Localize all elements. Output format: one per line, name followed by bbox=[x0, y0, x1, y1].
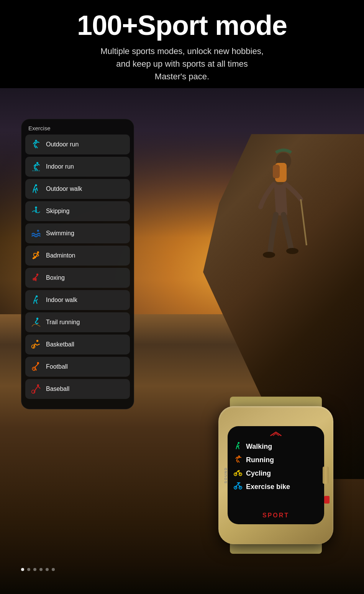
watch-sport-label-walking: Walking bbox=[246, 443, 272, 451]
watch-sport-icon-cycling bbox=[233, 468, 243, 479]
watch-logo-icon bbox=[268, 431, 284, 438]
sport-item-basketball[interactable]: Basketball bbox=[25, 335, 130, 354]
svg-point-8 bbox=[35, 184, 37, 186]
sport-name-badminton: Badminton bbox=[46, 252, 75, 259]
sport-icon-boxing bbox=[30, 272, 42, 284]
sport-name-indoor-walk: Indoor walk bbox=[46, 297, 77, 304]
sports-list: Outdoor run Indoor run Outdoor walk Skip… bbox=[25, 135, 130, 399]
sport-name-skipping: Skipping bbox=[46, 208, 69, 215]
watch-body: SOUND POWER Walking Runn bbox=[211, 395, 341, 556]
sport-item-trail-running[interactable]: Trail running bbox=[25, 312, 130, 332]
watch-sport-label-cycling: Cycling bbox=[246, 469, 271, 477]
svg-line-3 bbox=[301, 199, 307, 245]
sport-icon-baseball bbox=[30, 383, 42, 395]
sport-name-boxing: Boxing bbox=[46, 274, 65, 281]
watch-sport-running: Running bbox=[233, 455, 319, 465]
svg-rect-13 bbox=[33, 278, 37, 281]
screen-sports-list: Walking Running Cycling Exercise bike bbox=[233, 441, 319, 495]
sport-icon-badminton bbox=[30, 249, 42, 262]
svg-point-5 bbox=[286, 248, 298, 254]
watch-crown bbox=[323, 467, 329, 484]
svg-point-16 bbox=[36, 340, 38, 342]
svg-point-4 bbox=[263, 252, 275, 258]
watch-sport-label-running: Running bbox=[246, 456, 274, 464]
sport-icon-swimming bbox=[30, 227, 42, 240]
sport-icon-football bbox=[30, 361, 42, 373]
pagination-dot-0[interactable] bbox=[21, 568, 24, 571]
sport-icon-indoor-walk bbox=[30, 294, 42, 306]
sport-item-indoor-walk[interactable]: Indoor walk bbox=[25, 290, 130, 310]
pagination-dot-5[interactable] bbox=[52, 568, 55, 571]
main-title: 100+Sport mode bbox=[23, 11, 341, 39]
sport-name-outdoor-walk: Outdoor walk bbox=[46, 185, 82, 192]
sport-item-baseball[interactable]: Baseball bbox=[25, 379, 130, 399]
sport-icon-outdoor-walk bbox=[30, 183, 42, 195]
pagination-dots bbox=[21, 568, 55, 571]
sports-menu-panel: Exercise Outdoor run Indoor run Outdoor … bbox=[21, 119, 134, 409]
watch-sport-icon-running bbox=[233, 455, 243, 465]
pagination-dot-4[interactable] bbox=[46, 568, 49, 571]
sport-item-outdoor-walk[interactable]: Outdoor walk bbox=[25, 179, 130, 199]
sport-icon-outdoor-run bbox=[30, 138, 42, 151]
sport-name-football: Football bbox=[46, 363, 68, 370]
sport-item-boxing[interactable]: Boxing bbox=[25, 268, 130, 288]
pagination-dot-3[interactable] bbox=[39, 568, 43, 571]
svg-point-6 bbox=[36, 162, 38, 164]
svg-point-9 bbox=[35, 207, 37, 208]
watch-sport-walking: Walking bbox=[233, 441, 319, 452]
hiker-figure bbox=[241, 146, 318, 291]
sport-item-football[interactable]: Football bbox=[25, 357, 130, 377]
pagination-dot-2[interactable] bbox=[33, 568, 36, 571]
header-section: 100+Sport mode Multiple sports modes, un… bbox=[0, 0, 364, 88]
sport-icon-indoor-run bbox=[30, 161, 42, 173]
svg-point-26 bbox=[238, 470, 240, 472]
svg-point-22 bbox=[238, 442, 240, 444]
watch-sport-icon-walking bbox=[233, 441, 243, 452]
sport-name-baseball: Baseball bbox=[46, 386, 69, 392]
subtitle: Multiple sports modes, unlock new hobbie… bbox=[23, 45, 341, 83]
watch-label-left: SOUND bbox=[224, 467, 228, 484]
watch-sport-cycling: Cycling bbox=[233, 468, 319, 479]
sport-icon-skipping bbox=[30, 205, 42, 217]
watch-sport-exercise-bike: Exercise bike bbox=[233, 482, 319, 492]
sport-name-basketball: Basketball bbox=[46, 341, 74, 348]
sport-name-outdoor-run: Outdoor run bbox=[46, 141, 79, 148]
sport-item-skipping[interactable]: Skipping bbox=[25, 201, 130, 221]
sport-icon-trail-running bbox=[30, 316, 42, 328]
watch-sport-label-exercise-bike: Exercise bike bbox=[246, 483, 290, 491]
sport-name-swimming: Swimming bbox=[46, 230, 74, 237]
sport-item-indoor-run[interactable]: Indoor run bbox=[25, 157, 130, 177]
watch-red-button bbox=[324, 496, 330, 504]
sport-item-outdoor-run[interactable]: Outdoor run bbox=[25, 135, 130, 154]
svg-rect-2 bbox=[273, 165, 280, 178]
svg-point-10 bbox=[37, 230, 39, 231]
watch-brand-text: SPORT bbox=[262, 512, 289, 519]
watch-sport-icon-exercise-bike bbox=[233, 482, 243, 492]
svg-point-14 bbox=[36, 295, 38, 297]
sport-icon-basketball bbox=[30, 338, 42, 351]
watch-brand: SPORT bbox=[233, 512, 319, 519]
watch-case: SOUND POWER Walking Runn bbox=[218, 406, 333, 544]
sport-name-trail-running: Trail running bbox=[46, 319, 80, 326]
sport-item-swimming[interactable]: Swimming bbox=[25, 223, 130, 243]
sport-name-indoor-run: Indoor run bbox=[46, 163, 74, 170]
watch-screen: Walking Running Cycling Exercise bike SP… bbox=[228, 426, 324, 524]
sport-item-badminton[interactable]: Badminton bbox=[25, 246, 130, 266]
smartwatch: SOUND POWER Walking Runn bbox=[211, 395, 341, 556]
pagination-dot-1[interactable] bbox=[27, 568, 30, 571]
exercise-label: Exercise bbox=[25, 125, 130, 131]
